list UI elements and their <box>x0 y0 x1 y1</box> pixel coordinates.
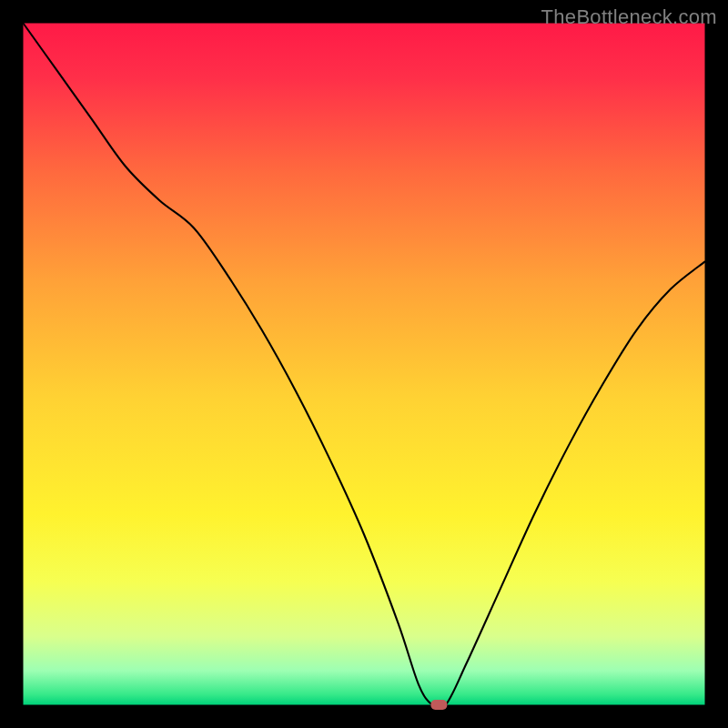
chart-svg <box>0 0 728 728</box>
optimal-point-marker <box>430 700 447 710</box>
chart-plot-area <box>24 24 705 705</box>
watermark-text: TheBottleneck.com <box>541 5 717 29</box>
bottleneck-chart: TheBottleneck.com <box>0 0 728 728</box>
